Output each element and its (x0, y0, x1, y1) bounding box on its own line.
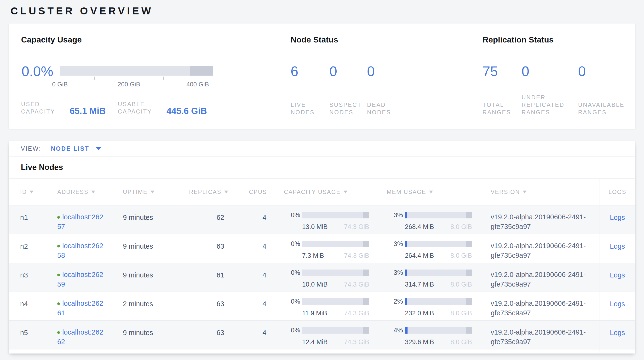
node-address-link[interactable]: localhost:26262 (57, 328, 103, 345)
axis-tick (94, 77, 95, 80)
node-live-status-icon (57, 274, 60, 276)
mem-used-value: 264.4 MiB (405, 251, 434, 260)
live-nodes-header: Live Nodes (8, 156, 636, 178)
mem-bar (405, 298, 472, 305)
column-header-address[interactable]: ADDRESS (47, 178, 115, 205)
mem-percent: 2% (377, 297, 403, 306)
replication-status-title: Replication Status (482, 35, 554, 44)
node-version-cell: v19.2.0-alpha.20190606-2491-gfe735c9a97 (480, 263, 600, 292)
node-id-cell: n4 (8, 292, 47, 320)
axis-tick-label: 400 GiB (186, 81, 209, 88)
node-replicas-cell: 63 (172, 292, 235, 320)
node-capacity-cell: 0% 12.4 MiB74.3 GiB (274, 321, 377, 349)
suspect-nodes-count: 0 (330, 64, 337, 78)
view-label: VIEW: (21, 145, 41, 152)
used-capacity-label: USED CAPACITY (21, 100, 66, 115)
node-capacity-cell: 0% 13.0 MiB74.3 GiB (274, 206, 377, 234)
mem-bar-other-segment (466, 298, 472, 305)
column-header-cpus: CPUS (235, 178, 274, 205)
node-replicas-cell: 63 (172, 321, 235, 349)
mem-total-value: 8.0 GiB (450, 251, 472, 260)
capacity-bar-other-segment (190, 66, 213, 76)
mem-bar-fill (405, 298, 407, 305)
node-mem-cell: 3% 264.4 MiB8.0 GiB (377, 234, 480, 263)
logs-link[interactable]: Logs (610, 300, 625, 308)
node-id-cell: n1 (8, 206, 47, 234)
node-replicas-cell: 63 (172, 234, 235, 263)
column-header-replicas[interactable]: REPLICAS (172, 178, 235, 205)
capacity-total-value: 74.3 GiB (344, 280, 369, 289)
axis-tick (129, 77, 130, 80)
capacity-bar (302, 298, 369, 305)
capacity-used-value: 7.3 MiB (302, 251, 324, 260)
unavailable-ranges-label: UNAVAILABLE RANGES (578, 93, 638, 116)
node-mem-cell: 2% 232.0 MiB8.0 GiB (377, 292, 480, 320)
mem-percent: 3% (377, 268, 403, 277)
mem-bar-fill (405, 270, 407, 276)
table-row: n1 localhost:26257 9 minutes 62 4 0% 13.… (8, 205, 636, 234)
capacity-used-value: 11.9 MiB (302, 308, 327, 318)
logs-link[interactable]: Logs (610, 329, 625, 336)
node-live-status-icon (57, 245, 60, 247)
node-cpus-cell: 4 (235, 206, 274, 234)
column-header-capacity-usage[interactable]: CAPACITY USAGE (274, 178, 377, 205)
mem-total-value: 8.0 GiB (450, 222, 472, 232)
used-capacity-stat: USED CAPACITY 65.1 MiB (21, 100, 106, 115)
capacity-used-value: 10.0 MiB (302, 280, 328, 289)
live-nodes-title: Live Nodes (21, 163, 636, 172)
axis-tick-label: 0 GiB (52, 81, 68, 88)
logs-link[interactable]: Logs (610, 242, 625, 250)
node-uptime-cell: 9 minutes (115, 321, 172, 349)
sort-desc-icon (150, 191, 154, 194)
mem-bar-other-segment (466, 212, 472, 218)
node-address-link[interactable]: localhost:26259 (57, 271, 103, 288)
node-address-link[interactable]: localhost:26257 (57, 213, 103, 230)
node-address-link[interactable]: localhost:26258 (57, 242, 103, 259)
node-version-cell: v19.2.0-alpha.20190606-2491-gfe735c9a97 (480, 206, 600, 234)
capacity-used-percent: 0.0% (22, 64, 53, 78)
node-mem-cell: 3% 268.4 MiB8.0 GiB (377, 206, 480, 234)
table-header-row: ID ADDRESS UPTIME REPLICAS CPUS CAPACITY… (8, 178, 636, 205)
logs-link[interactable]: Logs (610, 271, 625, 279)
table-row: n5 localhost:26262 9 minutes 63 4 0% 12.… (8, 320, 636, 349)
node-version-cell: v19.2.0-alpha.20190606-2491-gfe735c9a97 (480, 321, 600, 349)
column-header-id[interactable]: ID (8, 178, 47, 205)
node-live-status-icon (57, 302, 60, 305)
total-ranges-count: 75 (482, 64, 498, 78)
node-logs-cell: Logs (600, 206, 636, 234)
capacity-usage-title: Capacity Usage (21, 35, 82, 44)
sort-desc-icon (224, 191, 228, 194)
column-header-version[interactable]: VERSION (480, 178, 600, 205)
mem-bar-fill (405, 212, 407, 218)
node-cpus-cell: 4 (235, 263, 274, 292)
dead-nodes-count: 0 (367, 64, 375, 78)
mem-used-value: 232.0 MiB (405, 308, 434, 318)
node-mem-cell: 4% 329.6 MiB8.0 GiB (377, 321, 480, 349)
table-row-partial (8, 349, 636, 353)
capacity-total-value: 74.3 GiB (344, 337, 369, 347)
column-header-mem-usage[interactable]: MEM USAGE (377, 178, 480, 205)
unavailable-ranges-count: 0 (578, 64, 586, 78)
live-nodes-table: ID ADDRESS UPTIME REPLICAS CPUS CAPACITY… (8, 178, 636, 353)
column-header-uptime[interactable]: UPTIME (115, 178, 172, 205)
capacity-usage-bar (60, 66, 213, 76)
suspect-nodes-label: SUSPECT NODES (330, 93, 363, 116)
mem-percent: 3% (377, 210, 403, 220)
capacity-bar (302, 241, 369, 247)
node-capacity-cell: 0% 11.9 MiB74.3 GiB (274, 292, 377, 320)
mem-total-value: 8.0 GiB (450, 337, 472, 347)
view-bar: VIEW: NODE LIST (8, 141, 636, 156)
capacity-percent: 0% (274, 210, 300, 220)
table-row: n4 localhost:26261 2 minutes 63 4 0% 11.… (8, 292, 636, 320)
mem-bar-fill (405, 327, 408, 334)
node-version-cell: v19.2.0-alpha.20190606-2491-gfe735c9a97 (480, 292, 600, 320)
node-address-link[interactable]: localhost:26261 (57, 299, 103, 317)
mem-bar (405, 212, 472, 218)
node-cpus-cell: 4 (235, 292, 274, 320)
logs-link[interactable]: Logs (610, 214, 625, 221)
mem-bar-other-segment (466, 270, 472, 276)
view-selector-dropdown[interactable]: NODE LIST (51, 145, 101, 152)
node-address-cell: localhost:26258 (47, 234, 115, 263)
node-list-card: VIEW: NODE LIST Live Nodes ID ADDRESS UP… (8, 141, 636, 353)
capacity-percent: 0% (274, 268, 300, 277)
